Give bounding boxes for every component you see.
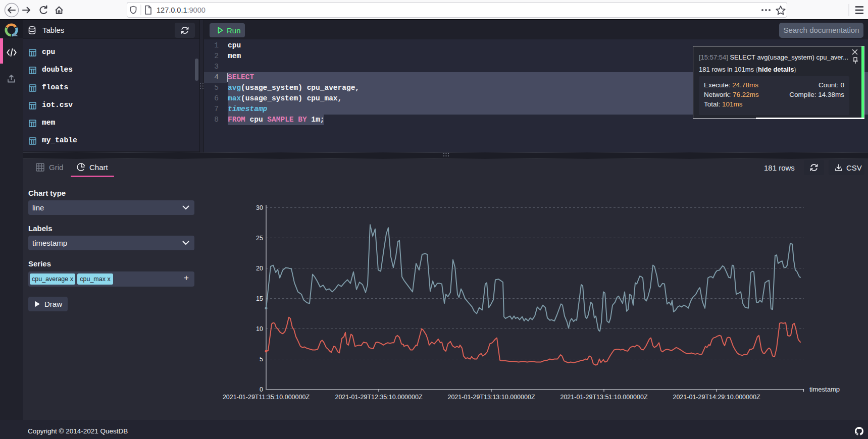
- svg-text:2021-01-29T11:35:10.000000Z: 2021-01-29T11:35:10.000000Z: [223, 394, 310, 401]
- svg-text:25: 25: [256, 235, 263, 242]
- svg-text:20: 20: [256, 265, 263, 272]
- svg-text:2021-01-29T12:35:10.000000Z: 2021-01-29T12:35:10.000000Z: [335, 394, 422, 401]
- svg-text:2021-01-29T13:13:10.000000Z: 2021-01-29T13:13:10.000000Z: [447, 394, 535, 401]
- svg-text:2021-01-29T13:51:10.000000Z: 2021-01-29T13:51:10.000000Z: [560, 394, 647, 401]
- svg-text:15: 15: [256, 295, 263, 302]
- svg-text:0: 0: [260, 386, 263, 393]
- svg-text:2021-01-29T14:29:10.000000Z: 2021-01-29T14:29:10.000000Z: [673, 394, 760, 401]
- svg-text:10: 10: [256, 325, 263, 333]
- svg-text:30: 30: [256, 204, 263, 211]
- svg-text:5: 5: [260, 356, 263, 363]
- svg-text:timestamp: timestamp: [809, 386, 840, 393]
